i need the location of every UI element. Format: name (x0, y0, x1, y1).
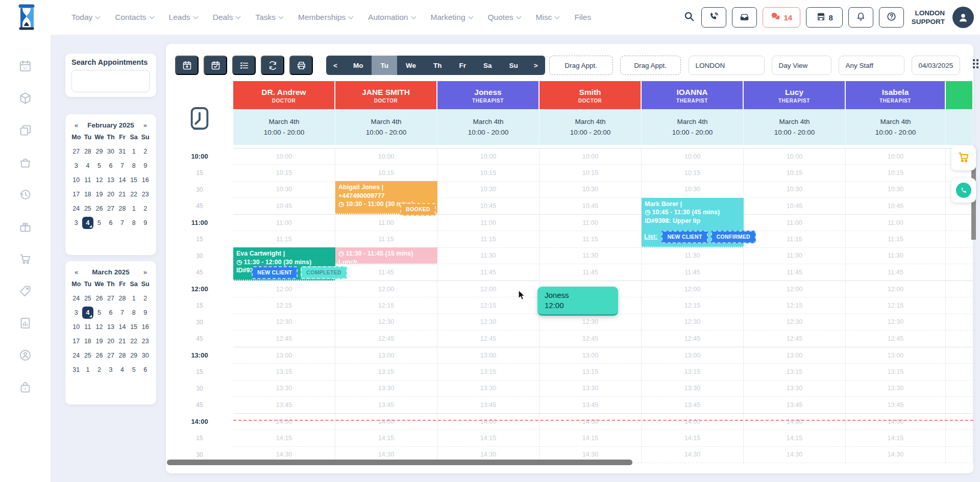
time-slot-cell[interactable]: 13:15 (233, 364, 335, 380)
sidebar-calendar-date-icon[interactable]: 12 (18, 59, 32, 73)
time-slot-cell[interactable]: 12:45 (846, 331, 946, 347)
day-cell[interactable]: 29 (128, 349, 140, 362)
time-slot-cell[interactable]: 10:00 (540, 148, 642, 165)
day-tab-tu[interactable]: Tu (372, 56, 397, 75)
day-cell[interactable]: 5 (128, 364, 140, 376)
staff-name-band[interactable]: JANE SMITHDOCTOR (335, 81, 437, 109)
time-slot-cell[interactable]: 10:00 (335, 148, 437, 165)
day-cell[interactable]: 4 (116, 364, 128, 376)
time-slot-cell[interactable]: 10:00 (233, 148, 335, 165)
task-list-button[interactable] (232, 56, 256, 75)
time-slot-cell[interactable]: 12:30 (846, 314, 946, 331)
time-slot-cell[interactable]: 14:15 (437, 430, 540, 447)
day-cell[interactable]: 26 (93, 292, 105, 305)
avatar[interactable] (952, 7, 974, 28)
time-slot-cell[interactable]: 13:15 (437, 364, 540, 380)
day-cell[interactable]: 30 (139, 349, 151, 362)
day-cell[interactable]: 5 (93, 160, 105, 172)
time-slot-cell[interactable]: 13:30 (846, 380, 946, 397)
time-slot-cell[interactable]: 10:15 (540, 165, 642, 182)
day-cell[interactable]: 28 (82, 145, 94, 158)
time-slot-cell[interactable]: 12:15 (642, 297, 744, 314)
time-slot-cell[interactable]: 11:30 (437, 247, 540, 264)
day-cell[interactable]: 29 (93, 145, 105, 158)
appointment-abigail[interactable]: Abigail Jones |+447490009777◷ 10:30 - 11… (335, 181, 437, 214)
sidebar-lock-icon[interactable] (18, 380, 32, 394)
time-slot-cell[interactable]: 11:45 (540, 264, 642, 281)
day-cell[interactable]: 27 (105, 202, 117, 215)
day-cell[interactable]: 2 (93, 364, 105, 376)
time-slot-cell[interactable]: 10:45 (846, 198, 946, 215)
time-slot-cell[interactable]: 11:15 (540, 231, 642, 248)
nav-item-leads[interactable]: Leads (169, 13, 198, 22)
time-slot-cell[interactable] (946, 247, 973, 264)
day-cell[interactable]: 5 (93, 307, 105, 319)
time-slot-cell[interactable]: 12:15 (335, 297, 437, 314)
time-slot-cell[interactable]: 13:15 (846, 364, 946, 380)
day-cell[interactable]: 11 (82, 174, 94, 186)
time-slot-cell[interactable]: 12:00 (642, 281, 744, 297)
day-cell[interactable]: 20 (105, 188, 117, 200)
sidebar-history-icon[interactable] (18, 188, 32, 201)
day-cell[interactable]: 14 (116, 174, 128, 186)
prev-day-arrow[interactable]: < (326, 56, 345, 75)
time-slot-cell[interactable] (946, 314, 973, 331)
time-slot-cell[interactable]: 11:00 (335, 214, 437, 231)
nav-item-quotes[interactable]: Quotes (488, 13, 521, 22)
nav-item-today[interactable]: Today (71, 13, 100, 22)
day-cell[interactable]: 3 (70, 307, 82, 319)
time-slot-cell[interactable]: 13:45 (437, 397, 540, 414)
location-select[interactable]: LONDON (689, 56, 765, 75)
time-slot-cell[interactable]: 12:00 (437, 281, 540, 297)
time-slot-cell[interactable]: 10:15 (846, 165, 946, 182)
time-slot-cell[interactable]: 13:30 (642, 380, 744, 397)
time-slot-cell[interactable]: 12:45 (437, 331, 540, 347)
day-cell[interactable]: 14 (116, 321, 128, 333)
staff-name-band[interactable]: LucyTHERAPIST (744, 81, 846, 109)
help-button[interactable] (879, 7, 904, 28)
day-cell[interactable]: 22 (128, 188, 140, 200)
time-slot-cell[interactable]: 13:00 (233, 347, 335, 364)
time-slot-cell[interactable]: 10:15 (744, 165, 846, 182)
time-slot-cell[interactable]: 11:15 (233, 231, 335, 248)
time-slot-cell[interactable] (946, 364, 973, 380)
day-cell[interactable]: 25 (82, 202, 94, 215)
sidebar-package-icon[interactable] (18, 91, 32, 105)
time-slot-cell[interactable]: 14:00 (540, 413, 642, 430)
day-cell[interactable]: 7 (116, 217, 128, 229)
staff-name-band[interactable]: JonessTHERAPIST (437, 81, 540, 109)
day-cell[interactable]: 19 (93, 188, 105, 200)
day-cell[interactable]: 19 (93, 335, 105, 347)
hourglass-logo[interactable] (12, 3, 41, 32)
time-slot-cell[interactable]: 10:30 (642, 181, 744, 198)
day-cell[interactable]: 5 (93, 217, 105, 229)
prev-month-button[interactable]: « (74, 121, 79, 129)
time-slot-cell[interactable]: 14:15 (744, 430, 846, 447)
time-slot-cell[interactable]: 14:00 (642, 413, 744, 430)
time-slot-cell[interactable]: 11:00 (744, 214, 846, 231)
time-slot-cell[interactable]: 10:30 (437, 181, 540, 198)
time-slot-cell[interactable]: 12:30 (642, 314, 744, 331)
day-cell[interactable]: 13 (105, 174, 117, 186)
nav-item-misc[interactable]: Misc (536, 13, 559, 22)
next-month-button[interactable]: » (142, 121, 148, 129)
time-slot-cell[interactable]: 14:15 (642, 430, 744, 447)
day-cell[interactable]: 3 (105, 364, 117, 376)
time-slot-cell[interactable]: 10:30 (540, 181, 642, 198)
day-tab-sa[interactable]: Sa (475, 56, 501, 75)
time-slot-cell[interactable]: 13:00 (846, 347, 946, 364)
selected-day-cell[interactable]: 4 (82, 307, 94, 319)
day-cell[interactable]: 28 (116, 292, 128, 305)
time-slot-cell[interactable]: 14:15 (335, 430, 437, 447)
time-slot-cell[interactable]: 12:15 (744, 297, 846, 314)
time-slot-cell[interactable]: 12:30 (540, 314, 642, 331)
time-slot-cell[interactable]: 12:00 (744, 281, 846, 297)
day-cell[interactable]: 21 (116, 335, 128, 347)
time-slot-cell[interactable]: 14:00 (335, 413, 437, 430)
day-cell[interactable]: 28 (116, 202, 128, 215)
nav-item-tasks[interactable]: Tasks (255, 13, 283, 22)
time-slot-cell[interactable]: 14:15 (233, 430, 335, 447)
time-slot-cell[interactable]: 13:30 (744, 380, 846, 397)
time-slot-cell[interactable]: 13:15 (744, 364, 846, 380)
time-slot-cell[interactable] (946, 214, 973, 231)
